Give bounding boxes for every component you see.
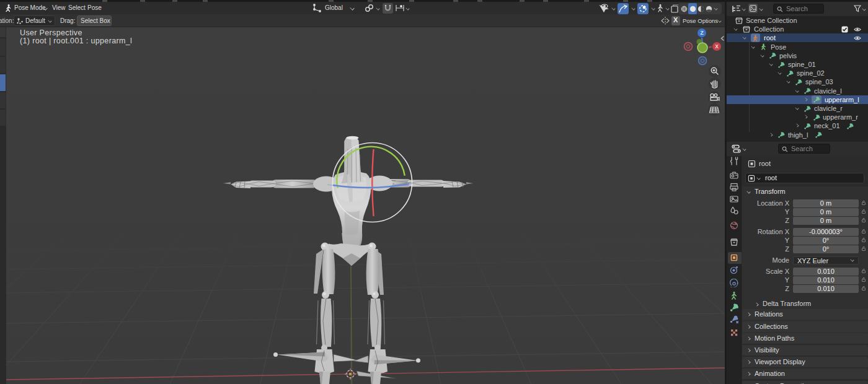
svg-text:Z: Z [700,30,703,36]
svg-text:X: X [715,43,719,50]
